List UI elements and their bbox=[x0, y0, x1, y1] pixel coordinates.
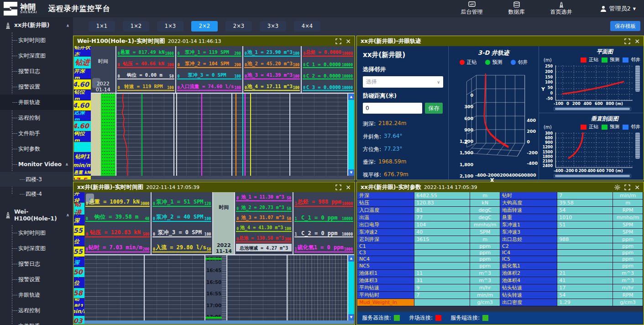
curve-header[interactable]: 0泵冲_3 = 0 SPM100 bbox=[177, 69, 241, 79]
sidebar-item[interactable]: 四楼-4 bbox=[0, 187, 73, 201]
scroll-up-icon[interactable]: ▲ bbox=[348, 94, 354, 100]
sidebar-item[interactable]: 报警设置 bbox=[0, 272, 73, 287]
curve-header[interactable]: 0池_2 = 45.20 m^3100 bbox=[244, 58, 300, 68]
layout-button[interactable]: 1×2 bbox=[123, 21, 149, 31]
vertical-scrollbar[interactable]: ▲ ▼ bbox=[348, 255, 354, 320]
gear-icon[interactable] bbox=[614, 184, 620, 190]
scrollbar-thumb[interactable] bbox=[348, 100, 354, 169]
close-icon[interactable]: × bbox=[346, 184, 351, 190]
curve-header[interactable]: 1C_1 = 0 ppm10000 bbox=[294, 208, 353, 222]
scroll-down-icon[interactable]: ▼ bbox=[348, 314, 354, 320]
curve-header[interactable]: 0池_1 = 23.90 m^3100 bbox=[244, 47, 300, 57]
sidebar-item[interactable]: 井眼轨迹 bbox=[0, 94, 73, 110]
sidebar-item[interactable]: 实时参数 bbox=[0, 141, 73, 157]
sidebar-item[interactable]: 远程控制 bbox=[0, 110, 73, 126]
vertical-slider[interactable] bbox=[635, 131, 640, 168]
curve-header[interactable]: 0泵冲_3 = 0 SPM100 bbox=[152, 223, 211, 237]
vertical-slider[interactable] bbox=[635, 64, 640, 101]
sidebar-item[interactable]: 远程控制 bbox=[0, 303, 73, 318]
curve-header[interactable]: 0池_4 = 17.11 m^3100 bbox=[244, 81, 300, 91]
curve-header[interactable]: 0钩位 = 0.00 m50 bbox=[117, 69, 174, 79]
slider-thumb[interactable] bbox=[635, 132, 640, 159]
expand-icon[interactable] bbox=[624, 38, 630, 44]
stat-label: 垂深: bbox=[363, 158, 376, 166]
curve-header[interactable]: 1硫化氢1 = 0 ppm1000 bbox=[294, 239, 353, 253]
sidebar-item[interactable]: 井眼轨迹 bbox=[0, 287, 73, 303]
curve-header[interactable]: 0池_3 = 31.07 m^350 bbox=[236, 213, 292, 222]
scroll-up-icon[interactable]: ▲ bbox=[348, 255, 354, 262]
scroll-down-icon[interactable]: ▼ bbox=[348, 169, 354, 176]
sidebar-item[interactable]: 实时时间图 bbox=[0, 225, 73, 241]
layout-button[interactable]: 1×3 bbox=[157, 21, 183, 31]
collision-distance-input[interactable] bbox=[363, 103, 422, 114]
horizontal-scrollbar[interactable] bbox=[84, 320, 354, 324]
curve-header[interactable]: 0悬重 = 817.49 kN1000 bbox=[117, 47, 174, 57]
curve-header[interactable]: 0泵冲_2 = 40 SPM100 bbox=[152, 208, 211, 222]
curve-header[interactable]: 0钻时 = 7.03 min/m200 bbox=[85, 239, 150, 253]
sidebar-item[interactable]: 文件助手 bbox=[0, 126, 73, 141]
nav-database[interactable]: 数据库 bbox=[508, 1, 525, 16]
curve-header[interactable]: 0池_4 = 41.30 m^3100 bbox=[236, 223, 292, 232]
close-icon[interactable]: × bbox=[634, 38, 640, 44]
curve-header[interactable]: 1C_2 = 0 ppm10000 bbox=[294, 223, 353, 237]
curve-header[interactable]: 0转速 = 119 RPM100 bbox=[117, 81, 174, 91]
sidebar-item[interactable]: 报警设置 bbox=[0, 79, 73, 94]
curve-header[interactable]: 1总烃 = 988 ppm10000 bbox=[294, 193, 353, 207]
sidebar-item[interactable]: Monitor Video ∧ bbox=[0, 157, 73, 172]
curve-header[interactable]: 0总池 = 130.50 m^3300 bbox=[236, 233, 292, 242]
sidebar-item[interactable]: 实时深度图 bbox=[0, 48, 73, 63]
sidebar-well2-header[interactable]: Wei-H100(Hole-1) ∧ bbox=[0, 204, 73, 225]
save-template-button[interactable]: 保存模板 bbox=[610, 21, 640, 31]
vertical-scrollbar[interactable]: ▲ ▼ bbox=[348, 94, 354, 176]
collapse-handle[interactable]: ‹ bbox=[92, 78, 100, 88]
curve-header[interactable]: 总池增减 = 4.27 m^3 bbox=[236, 244, 292, 252]
scrollbar-thumb[interactable] bbox=[348, 262, 354, 314]
layout-button[interactable]: 2×2 bbox=[191, 21, 218, 31]
sidebar-item[interactable]: 四楼-3 bbox=[0, 172, 73, 187]
time-scroll-thumb[interactable] bbox=[222, 255, 226, 320]
close-icon[interactable]: × bbox=[346, 38, 351, 44]
sidebar-item[interactable]: 实时深度图 bbox=[0, 241, 73, 256]
user-menu[interactable]: 管理员2 ▼ bbox=[600, 5, 636, 13]
curve-header[interactable]: 0C_3 = 0.000010000 bbox=[303, 81, 353, 91]
curve-header[interactable]: 0钻压 = 40.66 kN300 bbox=[117, 58, 174, 68]
layout-button[interactable]: 3×3 bbox=[260, 21, 286, 31]
save-button[interactable]: 保存 bbox=[425, 103, 443, 114]
sidebar-well1-header[interactable]: xx井(新井眼) ∧ bbox=[0, 17, 73, 32]
curve-header[interactable]: 0总烃 = 0.000010000 bbox=[303, 47, 353, 57]
slider-thumb[interactable] bbox=[635, 65, 640, 92]
sidebar-item[interactable]: 报警日志 bbox=[0, 256, 73, 272]
curve-header[interactable]: 0C_1 = 0.000010000 bbox=[303, 58, 353, 68]
curve-header[interactable]: 0池_2 = 20.73 m^350 bbox=[236, 203, 292, 211]
expand-icon[interactable] bbox=[624, 184, 630, 190]
curve-header[interactable]: 0池_1 = 11.30 m^350 bbox=[236, 193, 292, 201]
curve-header[interactable]: 0入口流量 = 74.60 l/s100 bbox=[177, 81, 241, 91]
neighbor-well-select[interactable]: 选择 ∨ bbox=[363, 76, 443, 88]
scrollbar-thumb[interactable] bbox=[555, 175, 630, 177]
layout-button[interactable]: 2×3 bbox=[225, 21, 252, 31]
sidebar-item[interactable]: 报警日志 bbox=[0, 63, 73, 79]
curve-header[interactable]: 0泵冲_1 = 51 SPM120 bbox=[152, 193, 211, 207]
nav-home-well-select[interactable]: 首页选井 bbox=[550, 1, 572, 16]
curve-header[interactable]: 0C_2 = 0.000010000 bbox=[303, 69, 353, 79]
nav-backend-admin[interactable]: 后台管理 bbox=[461, 1, 483, 16]
horizontal-scrollbar[interactable] bbox=[554, 107, 631, 111]
sidebar-item[interactable]: 实时时间图 bbox=[0, 32, 73, 48]
scrollbar-thumb[interactable] bbox=[555, 108, 630, 110]
expand-icon[interactable] bbox=[335, 38, 341, 44]
curve-header[interactable]: 0泵冲_2 = 104 SPM200 bbox=[177, 58, 241, 68]
horizontal-scrollbar[interactable] bbox=[554, 174, 631, 178]
close-icon[interactable]: × bbox=[634, 184, 640, 190]
collapse-handle[interactable]: ‹ bbox=[86, 194, 94, 204]
sidebar-item[interactable]: 文件助手 bbox=[0, 318, 73, 325]
horizontal-scrollbar[interactable] bbox=[91, 176, 354, 179]
layout-button[interactable]: 4×4 bbox=[294, 21, 320, 31]
curve-header[interactable]: 0悬重 = 1009.7 kN3000 bbox=[85, 193, 150, 207]
curve-header[interactable]: 0入流 = 29.80 l/s50 bbox=[152, 239, 211, 253]
curve-header[interactable]: 0泵冲_1 = 119 SPM200 bbox=[177, 47, 241, 57]
layout-button[interactable]: 1×1 bbox=[89, 21, 115, 31]
curve-header[interactable]: 0钻压 = 120.83 kN500 bbox=[85, 223, 150, 237]
expand-icon[interactable] bbox=[335, 184, 341, 190]
curve-header[interactable]: 0钩位 = 39.58 m40 bbox=[85, 208, 150, 222]
curve-header[interactable]: 0池_3 = 41.39 m^3100 bbox=[244, 69, 300, 79]
